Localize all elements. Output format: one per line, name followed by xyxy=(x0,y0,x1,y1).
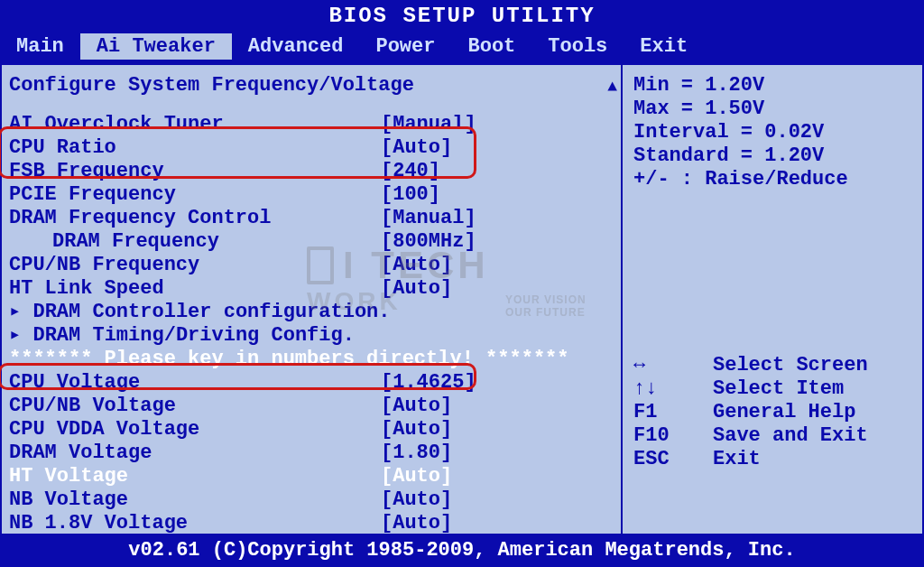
setting-label: CPU Ratio xyxy=(9,136,381,160)
help-key: F1 xyxy=(633,401,713,424)
info-raise: +/- : Raise/Reduce xyxy=(633,168,911,191)
setting-label: CPU/NB Voltage xyxy=(9,395,381,418)
setting-value: [1.80] xyxy=(381,442,614,465)
info-interval: Interval = 0.02V xyxy=(633,121,911,144)
setting-value: [Auto] xyxy=(381,277,614,301)
setting-label: FSB Frequency xyxy=(9,160,381,183)
help-text: Exit xyxy=(713,448,761,471)
setting-value: [Auto] xyxy=(381,465,614,488)
help-key: F10 xyxy=(633,424,713,448)
setting-label: HT Voltage xyxy=(9,465,381,488)
help-row: F1General Help xyxy=(633,401,911,424)
setting-value: [800MHz] xyxy=(381,230,614,254)
setting-row-cpu-vdda-voltage[interactable]: CPU VDDA Voltage[Auto] xyxy=(9,418,614,442)
settings-list: AI Overclock Tuner[Manual]CPU Ratio[Auto… xyxy=(9,113,614,535)
menu-tab-exit[interactable]: Exit xyxy=(624,33,704,60)
menu-tab-tools[interactable]: Tools xyxy=(531,33,624,60)
setting-row-dram-controller-configuration[interactable]: DRAM Controller configuration. xyxy=(9,301,614,324)
setting-value: [Manual] xyxy=(381,207,614,230)
setting-label: DRAM Controller configuration. xyxy=(9,301,381,324)
scroll-up-icon: ▲ xyxy=(607,78,617,96)
setting-value xyxy=(381,324,614,348)
menu-tab-power[interactable]: Power xyxy=(359,33,451,60)
setting-value: [Auto] xyxy=(381,254,614,277)
setting-label: DRAM Frequency xyxy=(9,230,381,254)
menu-bar: MainAi TweakerAdvancedPowerBootToolsExit xyxy=(0,32,924,65)
setting-value: [1.4625] xyxy=(381,371,614,395)
help-key: ESC xyxy=(633,448,713,471)
footer: v02.61 (C)Copyright 1985-2009, American … xyxy=(0,534,924,567)
setting-row-nb-1-8v-voltage[interactable]: NB 1.8V Voltage[Auto] xyxy=(9,512,614,535)
setting-row-dram-frequency-control[interactable]: DRAM Frequency Control[Manual] xyxy=(9,207,614,230)
setting-value: [Auto] xyxy=(381,488,614,512)
setting-label: CPU/NB Frequency xyxy=(9,254,381,277)
setting-label: HT Link Speed xyxy=(9,277,381,301)
setting-row-cpu-ratio[interactable]: CPU Ratio[Auto] xyxy=(9,136,614,160)
setting-row-ht-voltage[interactable]: HT Voltage[Auto] xyxy=(9,465,614,488)
setting-label: DRAM Timing/Driving Config. xyxy=(9,324,381,348)
setting-label: NB Voltage xyxy=(9,488,381,512)
setting-value: [Auto] xyxy=(381,418,614,442)
main-panel: Configure System Frequency/Voltage AI Ov… xyxy=(0,65,623,563)
setting-row-ai-overclock-tuner[interactable]: AI Overclock Tuner[Manual] xyxy=(9,113,614,136)
setting-row-cpu-nb-voltage[interactable]: CPU/NB Voltage[Auto] xyxy=(9,395,614,418)
setting-label: NB 1.8V Voltage xyxy=(9,512,381,535)
side-panel: Min = 1.20V Max = 1.50V Interval = 0.02V… xyxy=(623,65,924,563)
section-title: Configure System Frequency/Voltage xyxy=(9,74,614,97)
setting-label: DRAM Frequency Control xyxy=(9,207,381,230)
help-text: Save and Exit xyxy=(713,424,868,448)
setting-value: [100] xyxy=(381,183,614,207)
menu-tab-main[interactable]: Main xyxy=(0,33,80,60)
help-text: General Help xyxy=(713,401,855,424)
setting-row-pcie-frequency[interactable]: PCIE Frequency[100] xyxy=(9,183,614,207)
title-bar: BIOS SETUP UTILITY xyxy=(0,0,924,32)
setting-value: [Auto] xyxy=(381,136,614,160)
footer-text: v02.61 (C)Copyright 1985-2009, American … xyxy=(128,539,795,562)
setting-label: DRAM Voltage xyxy=(9,442,381,465)
setting-row-cpu-nb-frequency[interactable]: CPU/NB Frequency[Auto] xyxy=(9,254,614,277)
info-min: Min = 1.20V xyxy=(633,74,911,98)
help-section: ↔Select Screen↑↓Select ItemF1General Hel… xyxy=(633,354,911,471)
help-row: ESCExit xyxy=(633,448,911,471)
setting-row-dram-frequency[interactable]: DRAM Frequency[800MHz] xyxy=(9,230,614,254)
setting-row-cpu-voltage[interactable]: CPU Voltage[1.4625] xyxy=(9,371,614,395)
help-row: ↔Select Screen xyxy=(633,354,911,377)
help-key: ↑↓ xyxy=(633,377,713,401)
setting-row-nb-voltage[interactable]: NB Voltage[Auto] xyxy=(9,488,614,512)
info-max: Max = 1.50V xyxy=(633,98,911,121)
help-text: Select Screen xyxy=(713,354,868,377)
setting-value xyxy=(381,301,614,324)
setting-row-dram-voltage[interactable]: DRAM Voltage[1.80] xyxy=(9,442,614,465)
setting-row-fsb-frequency[interactable]: FSB Frequency[240] xyxy=(9,160,614,183)
separator-text: ******* Please key in numbers directly! … xyxy=(9,348,614,371)
menu-tab-boot[interactable]: Boot xyxy=(451,33,531,60)
content-area: Configure System Frequency/Voltage AI Ov… xyxy=(0,65,924,563)
setting-row-ht-link-speed[interactable]: HT Link Speed[Auto] xyxy=(9,277,614,301)
setting-value: [Auto] xyxy=(381,395,614,418)
setting-label: CPU VDDA Voltage xyxy=(9,418,381,442)
setting-value: [Auto] xyxy=(381,512,614,535)
app-title: BIOS SETUP UTILITY xyxy=(328,4,595,28)
help-row: F10Save and Exit xyxy=(633,424,911,448)
setting-label: PCIE Frequency xyxy=(9,183,381,207)
menu-tab-ai-tweaker[interactable]: Ai Tweaker xyxy=(80,33,232,60)
setting-row-dram-timing-driving-config[interactable]: DRAM Timing/Driving Config. xyxy=(9,324,614,348)
setting-label: CPU Voltage xyxy=(9,371,381,395)
help-row: ↑↓Select Item xyxy=(633,377,911,401)
setting-value: [240] xyxy=(381,160,614,183)
help-key: ↔ xyxy=(633,354,713,377)
menu-tab-advanced[interactable]: Advanced xyxy=(232,33,360,60)
setting-label: AI Overclock Tuner xyxy=(9,113,381,136)
setting-value: [Manual] xyxy=(381,113,614,136)
info-standard: Standard = 1.20V xyxy=(633,144,911,168)
help-text: Select Item xyxy=(713,377,844,401)
